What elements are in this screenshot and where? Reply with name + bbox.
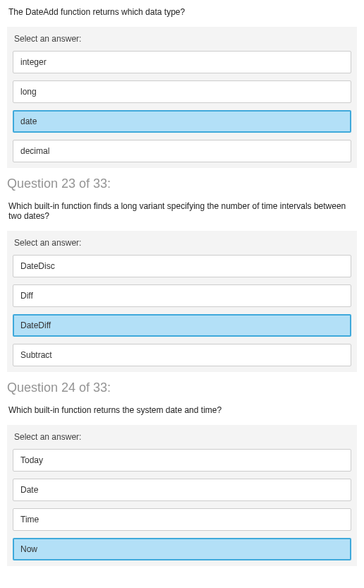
answer-block: Select an answer: DateDisc Diff DateDiff…: [7, 231, 357, 372]
answer-block: Select an answer: integer long date deci…: [7, 27, 357, 168]
answer-option[interactable]: long: [13, 80, 351, 103]
answer-option[interactable]: date: [13, 110, 351, 133]
answer-option[interactable]: decimal: [13, 140, 351, 162]
question-text: Which built-in function returns the syst…: [0, 398, 364, 419]
answer-option[interactable]: DateDiff: [13, 314, 351, 337]
answer-option[interactable]: Now: [13, 538, 351, 560]
answer-option[interactable]: DateDisc: [13, 255, 351, 277]
answer-option[interactable]: Date: [13, 479, 351, 501]
answer-option[interactable]: integer: [13, 51, 351, 73]
select-answer-label: Select an answer:: [13, 238, 351, 248]
answer-option[interactable]: Time: [13, 508, 351, 531]
question-text: Which built-in function finds a long var…: [0, 194, 364, 225]
select-answer-label: Select an answer:: [13, 432, 351, 442]
answer-option[interactable]: Subtract: [13, 344, 351, 366]
question-header: Question 24 of 33:: [0, 372, 364, 398]
question-text: The DateAdd function returns which data …: [0, 0, 364, 21]
answer-option[interactable]: Today: [13, 449, 351, 472]
question-header: Question 23 of 33:: [0, 168, 364, 194]
select-answer-label: Select an answer:: [13, 34, 351, 44]
answer-block: Select an answer: Today Date Time Now: [7, 425, 357, 566]
answer-option[interactable]: Diff: [13, 284, 351, 307]
